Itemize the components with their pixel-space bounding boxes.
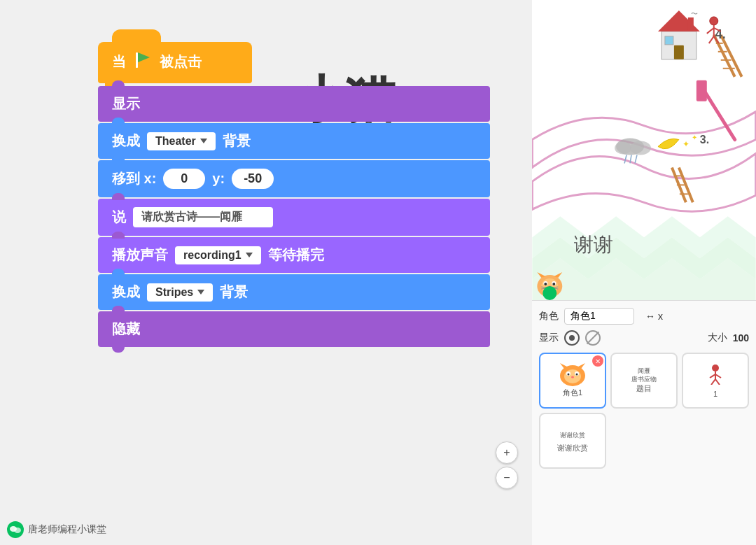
eye-dot: [569, 335, 575, 341]
switch-backdrop2-block[interactable]: 换成 Stripes 背景: [98, 274, 490, 310]
size-value: 100: [733, 332, 749, 344]
hide-label: 隐藏: [112, 320, 140, 339]
sound-dropdown[interactable]: recording1: [175, 246, 261, 264]
watermark-text: 唐老师编程小课堂: [28, 523, 106, 536]
hide-eye-icon[interactable]: [585, 330, 601, 346]
dropdown-arrow-icon: [200, 139, 207, 143]
svg-point-30: [615, 142, 631, 155]
svg-line-68: [711, 379, 715, 385]
svg-marker-1: [138, 52, 150, 62]
zoom-controls: + −: [496, 441, 518, 489]
zoom-in-button[interactable]: +: [496, 441, 518, 464]
svg-text:✦: ✦: [692, 134, 697, 141]
right-panel: 〜 4.: [532, 0, 756, 545]
svg-text:✦: ✦: [682, 139, 690, 149]
sprite-thumb-1[interactable]: ✕ 角色1: [539, 353, 606, 409]
sound-dropdown-arrow-icon: [246, 253, 253, 257]
y-label: y:: [212, 171, 225, 187]
delete-sprite1-button[interactable]: ✕: [592, 355, 603, 367]
sprite4-thumbnail: 谢谢欣赏: [557, 428, 588, 443]
size-label: 大小: [708, 332, 727, 344]
hat-text-after: 被点击: [160, 52, 202, 71]
sprite1-thumbnail: [557, 363, 588, 388]
display-label: 显示: [539, 332, 559, 344]
say-block[interactable]: 说 请欣赏古诗——闻雁: [98, 199, 490, 236]
play-sound-prefix: 播放声音: [112, 246, 168, 264]
sprite4-name: 谢谢欣赏: [557, 443, 588, 453]
sprite3-thumbnail: [701, 364, 729, 390]
show-block[interactable]: 显示: [98, 86, 490, 122]
wechat-icon: [7, 521, 24, 538]
sprite2-name: 题目: [636, 383, 652, 394]
sprite3-name: 1: [713, 390, 718, 398]
play-sound-suffix: 等待播完: [268, 246, 324, 264]
svg-text:〜: 〜: [691, 10, 698, 17]
say-prefix: 说: [112, 208, 126, 227]
sprite-name-input[interactable]: [564, 308, 634, 325]
sprite-thumb-4[interactable]: 谢谢欣赏 谢谢欣赏: [539, 413, 606, 469]
svg-point-3: [14, 528, 21, 533]
play-sound-block[interactable]: 播放声音 recording1 等待播完: [98, 237, 490, 273]
svg-text:谢谢: 谢谢: [574, 234, 613, 255]
svg-line-67: [715, 374, 721, 378]
theater-dropdown[interactable]: Theater: [147, 132, 216, 150]
sprite-name-row: 角色 ↔ x: [539, 308, 749, 325]
svg-line-66: [710, 374, 715, 378]
svg-rect-8: [665, 36, 673, 45]
display-row: 显示 大小 100: [539, 330, 749, 346]
watermark: 唐老师编程小课堂: [7, 521, 106, 538]
x-coord-label: ↔ x: [645, 311, 663, 322]
show-eye-icon[interactable]: [564, 330, 580, 346]
svg-point-54: [542, 286, 556, 300]
hat-text-before: 当: [112, 52, 126, 71]
svg-rect-18: [696, 80, 707, 101]
say-text-input[interactable]: 请欣赏古诗——闻雁: [133, 207, 273, 227]
svg-point-29: [630, 141, 651, 155]
sprite-thumb-2[interactable]: 闻雁唐书应物 题目: [610, 353, 678, 409]
svg-text:3.: 3.: [700, 134, 709, 146]
bottom-panel: 角色 ↔ x 显示 大小 100 ✕: [532, 301, 756, 545]
y-input[interactable]: -50: [232, 169, 274, 189]
sprite-label-text: 角色: [539, 310, 559, 323]
svg-point-62: [576, 374, 578, 376]
sprite1-name: 角色1: [563, 388, 582, 398]
switch-backdrop1-block[interactable]: 换成 Theater 背景: [98, 123, 490, 159]
svg-point-47: [544, 283, 547, 285]
blocks-area: 当 被点击 显示 换成 Theater 背景 移到 x: 0: [98, 42, 490, 348]
svg-line-69: [715, 379, 720, 385]
switch-backdrop1-suffix: 背景: [223, 132, 251, 150]
sprites-grid: ✕ 角色1 闻雁唐书应物 题目: [539, 353, 749, 469]
green-flag-icon: [133, 50, 153, 73]
svg-point-64: [712, 364, 719, 371]
move-to-block[interactable]: 移到 x: 0 y: -50: [98, 160, 490, 197]
svg-point-61: [568, 374, 570, 376]
show-label: 显示: [112, 94, 140, 113]
svg-rect-0: [136, 52, 138, 68]
svg-point-63: [571, 376, 574, 378]
svg-rect-7: [674, 45, 684, 59]
code-panel: 小猫 当 被点击 显示 换成 Theater 背景: [0, 0, 532, 545]
sprite2-thumbnail: 闻雁唐书应物: [631, 367, 657, 383]
svg-rect-9: [688, 17, 694, 30]
stripes-dropdown-arrow-icon: [197, 290, 204, 295]
x-input[interactable]: 0: [163, 169, 205, 189]
zoom-out-button[interactable]: −: [496, 467, 518, 489]
stage-area: 〜 4.: [532, 0, 756, 301]
switch-backdrop1-prefix: 换成: [112, 132, 140, 150]
hat-block[interactable]: 当 被点击: [98, 42, 252, 83]
svg-point-20: [710, 17, 718, 25]
switch-backdrop2-prefix: 换成: [112, 283, 140, 302]
stripes-dropdown[interactable]: Stripes: [147, 283, 213, 302]
sprite-thumb-3[interactable]: 1: [682, 353, 749, 409]
hide-block[interactable]: 隐藏: [98, 311, 490, 347]
switch-backdrop2-suffix: 背景: [220, 283, 248, 302]
svg-point-48: [552, 283, 555, 285]
move-prefix: 移到 x:: [112, 169, 156, 188]
